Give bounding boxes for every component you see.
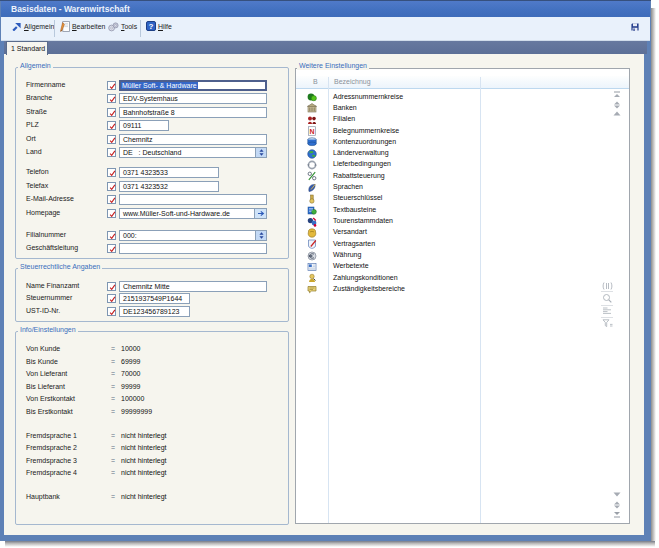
svg-text:N: N [309,128,314,135]
svg-text:?: ? [149,22,154,31]
